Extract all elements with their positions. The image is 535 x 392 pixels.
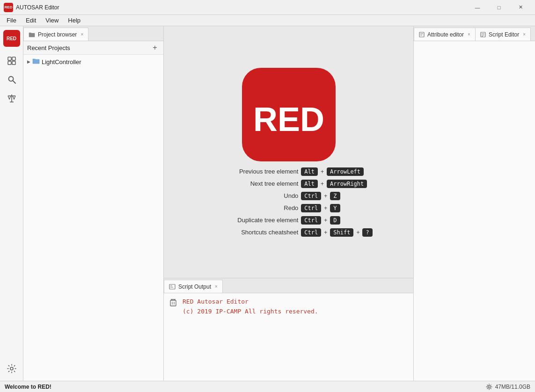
script-output-tab-label: Script Output [178,283,211,290]
project-list: ▶ LightController [23,55,163,381]
content-area: RED Previous tree element Alt + ArrowLef… [164,26,413,381]
attribute-editor-tab-label: Attribute editor [427,31,464,38]
svg-rect-1 [12,57,15,60]
plus-7: + [356,229,359,236]
status-settings-icon[interactable] [486,384,492,390]
script-output-content: RED Autosar Editor (c) 2019 IP-CAMP All … [164,293,413,381]
window-controls: — □ ✕ [467,0,531,15]
maximize-button[interactable]: □ [488,0,510,15]
kbd-d: D [330,216,340,225]
kbd-arrowright: ArrowRight [327,180,367,188]
main-layout: RED [0,26,535,381]
svg-line-5 [13,81,15,83]
sidebar-header: Recent Projects + [23,41,163,55]
plus-3: + [324,193,327,199]
shortcut-row-redo: Redo Ctrl + Y [205,204,340,212]
app-icon: RED [4,3,13,12]
project-browser-tab-close[interactable]: × [81,32,83,37]
icon-app-logo[interactable]: RED [3,30,20,47]
kbd-question: ? [362,228,372,237]
shortcut-label-prev: Previous tree element [205,168,298,175]
menu-bar: File Edit View Help [0,15,535,26]
attribute-editor-tab-close[interactable]: × [468,32,470,37]
project-name: LightController [42,58,81,65]
project-browser-tab[interactable]: Project browser × [23,28,88,41]
plus-1: + [321,168,324,175]
plus-4: + [324,205,327,211]
clear-output-button[interactable] [168,297,179,308]
shortcut-label-next: Next tree element [205,180,298,187]
script-editor-tab[interactable]: Script Editor × [476,28,531,41]
script-editor-tab-label: Script Editor [489,31,519,38]
title-bar: RED AUTOSAR Editor — □ ✕ [0,0,535,15]
project-item[interactable]: ▶ LightController [23,57,163,67]
svg-point-9 [10,367,13,370]
kbd-shift: Shift [330,228,353,237]
attribute-editor-icon [419,32,425,37]
shortcut-label-cheatsheet: Shortcuts cheatsheet [205,229,298,236]
kbd-ctrl-redo: Ctrl [301,204,321,212]
memory-usage: 47MB/11.0GB [495,384,530,390]
shortcut-row-next: Next tree element Alt + ArrowRight [205,180,367,188]
welcome-area: RED Previous tree element Alt + ArrowLef… [164,26,413,278]
title-text: AUTOSAR Editor [16,4,59,11]
kbd-alt-2: Alt [301,180,318,188]
kbd-ctrl-dup: Ctrl [301,216,321,225]
svg-point-28 [488,385,490,388]
script-output-tab-icon [169,284,176,290]
script-output-text: RED Autosar Editor (c) 2019 IP-CAMP All … [183,297,318,377]
shortcut-label-undo: Undo [205,192,298,199]
kbd-arrowleft: ArrowLeft [327,167,364,176]
svg-point-4 [8,77,13,81]
add-project-button[interactable]: + [150,43,160,52]
kbd-z: Z [330,192,340,200]
kbd-ctrl-cheat: Ctrl [301,228,321,237]
shortcut-label-redo: Redo [205,204,298,211]
icon-settings[interactable] [3,360,20,377]
plus-2: + [321,181,324,187]
menu-view[interactable]: View [41,16,63,25]
script-editor-tab-close[interactable]: × [523,32,526,37]
bottom-panel: Script Output × RED Autosar Editor (c) 2… [164,278,413,381]
shortcuts-area: Previous tree element Alt + ArrowLeft Ne… [205,167,372,237]
status-bar: Welcome to RED! 47MB/11.0GB [0,381,535,392]
red-logo: RED [242,68,336,163]
right-panels: Attribute editor × Script Editor × [413,26,535,381]
attribute-editor-tab[interactable]: Attribute editor × [414,28,476,41]
sidebar: Project browser × Recent Projects + ▶ Li… [23,26,164,381]
shortcut-label-duplicate: Duplicate tree element [205,217,298,224]
right-tab-bar: Attribute editor × Script Editor × [414,26,535,41]
svg-rect-21 [419,32,424,37]
status-right: 47MB/11.0GB [486,384,530,390]
folder-tab-icon [29,32,35,37]
icon-compare[interactable] [3,90,20,107]
menu-file[interactable]: File [2,16,21,25]
kbd-ctrl-undo: Ctrl [301,192,321,200]
bottom-tab-bar: Script Output × [164,278,413,293]
title-bar-left: RED AUTOSAR Editor [4,3,59,12]
project-chevron-icon: ▶ [27,59,30,64]
svg-rect-12 [169,284,175,289]
shortcut-row-cheatsheet: Shortcuts cheatsheet Ctrl + Shift + ? [205,228,372,237]
close-button[interactable]: ✕ [510,0,531,15]
shortcut-row-prev: Previous tree element Alt + ArrowLeft [205,167,364,176]
icon-project-browser[interactable] [3,52,20,69]
kbd-alt-1: Alt [301,167,318,176]
script-output-tab-close[interactable]: × [215,284,218,289]
shortcut-row-duplicate: Duplicate tree element Ctrl + D [205,216,340,225]
kbd-y: Y [330,204,340,212]
svg-rect-3 [12,61,15,65]
plus-6: + [324,229,327,236]
sidebar-tab-bar: Project browser × [23,26,163,41]
script-output-tab[interactable]: Script Output × [164,280,223,293]
menu-edit[interactable]: Edit [21,16,41,25]
recent-projects-label: Recent Projects [27,44,70,51]
menu-help[interactable]: Help [63,16,85,25]
project-folder-icon [32,58,40,65]
shortcut-row-undo: Undo Ctrl + Z [205,192,340,200]
icon-search[interactable] [3,71,20,88]
icon-bar: RED [0,26,23,381]
svg-text:RED: RED [253,101,324,138]
svg-rect-2 [8,61,11,65]
minimize-button[interactable]: — [467,0,488,15]
